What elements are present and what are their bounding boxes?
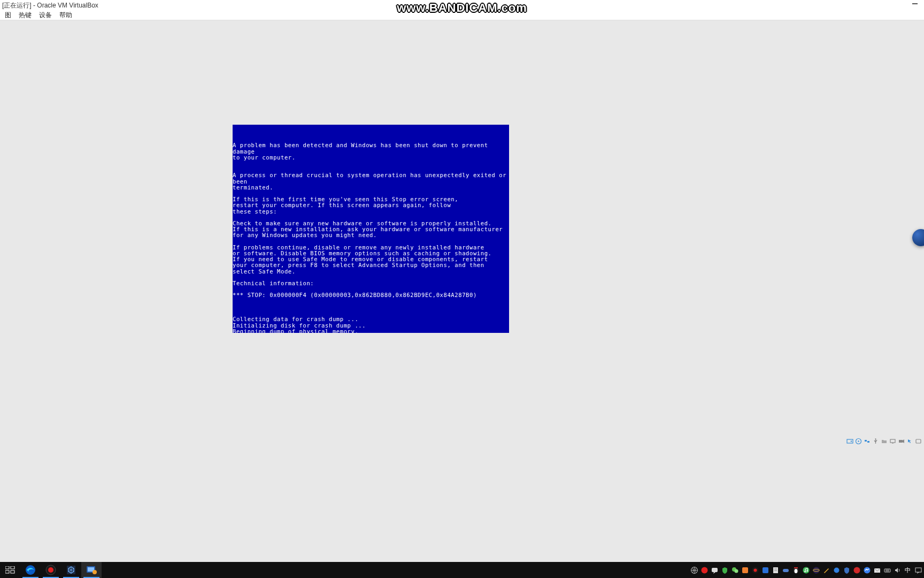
svg-rect-47 <box>884 569 890 572</box>
menu-hotkeys[interactable]: 热键 <box>15 11 35 20</box>
vm-display-area: www.BANDICAM.com A problem has been dete… <box>0 20 924 446</box>
eclipse-icon[interactable] <box>811 565 821 575</box>
taskbar-virtualbox-vm[interactable] <box>81 562 102 578</box>
svg-rect-14 <box>11 571 14 573</box>
svg-point-21 <box>93 570 97 574</box>
svg-rect-7 <box>890 439 895 443</box>
svg-point-6 <box>875 438 876 439</box>
svg-rect-9 <box>899 440 903 443</box>
svg-point-17 <box>48 567 53 573</box>
taskbar-edge-browser[interactable] <box>20 562 41 578</box>
cd-icon[interactable] <box>854 437 862 445</box>
chat-icon[interactable] <box>710 565 719 575</box>
svg-point-44 <box>853 567 860 573</box>
pencil-icon[interactable] <box>821 565 831 575</box>
volume-icon[interactable] <box>892 565 902 575</box>
mouse-integration-icon[interactable] <box>906 437 913 445</box>
shield-green-icon[interactable] <box>720 565 729 575</box>
svg-rect-24 <box>712 568 718 572</box>
keyboard-icon[interactable] <box>882 565 892 575</box>
host-key-icon[interactable] <box>914 437 922 445</box>
window-title: [正在运行] - Oracle VM VirtualBox <box>2 1 98 10</box>
red-dot-icon[interactable] <box>852 565 861 575</box>
note-icon[interactable] <box>771 565 780 575</box>
task-view-button[interactable] <box>0 562 20 578</box>
game-icon[interactable] <box>781 565 790 575</box>
system-tray: 中 <box>689 562 924 578</box>
svg-point-1 <box>850 440 851 442</box>
shared-folder-icon[interactable] <box>880 437 888 445</box>
svg-rect-12 <box>11 566 14 569</box>
svg-rect-13 <box>5 571 9 573</box>
taskbar-virtualbox-manager[interactable] <box>61 562 81 578</box>
svg-rect-34 <box>783 569 789 572</box>
action-center-icon[interactable] <box>913 565 923 575</box>
recording-icon[interactable] <box>897 437 905 445</box>
svg-rect-50 <box>915 568 921 572</box>
svg-point-43 <box>834 567 839 573</box>
svg-rect-27 <box>742 567 748 573</box>
svg-point-26 <box>734 569 738 573</box>
svg-rect-0 <box>847 439 853 443</box>
menu-devices[interactable]: 设备 <box>35 11 56 20</box>
usb-icon[interactable] <box>872 437 879 445</box>
windows-taskbar: 中 <box>0 562 924 578</box>
svg-point-3 <box>858 440 859 442</box>
music-icon[interactable] <box>801 565 811 575</box>
vm-statusbar <box>846 436 922 446</box>
svg-point-38 <box>803 567 809 573</box>
disk-icon[interactable] <box>846 437 853 445</box>
ime-indicator[interactable]: 中 <box>903 566 913 574</box>
messenger-icon[interactable] <box>862 565 872 575</box>
blue-app-icon[interactable] <box>760 565 770 575</box>
svg-rect-5 <box>867 441 869 443</box>
svg-point-39 <box>804 571 806 572</box>
svg-point-41 <box>813 567 819 573</box>
svg-rect-4 <box>865 440 867 442</box>
target-icon[interactable] <box>750 565 760 575</box>
blue-dot-icon[interactable] <box>831 565 841 575</box>
shield-blue-icon[interactable] <box>842 565 851 575</box>
wechat-icon[interactable] <box>730 565 740 575</box>
svg-rect-10 <box>916 439 921 443</box>
taskbar-bandicam-record[interactable] <box>41 562 61 578</box>
menu-view[interactable]: 图 <box>1 11 15 20</box>
bandicam-watermark: www.BANDICAM.com <box>397 1 527 15</box>
svg-rect-11 <box>5 566 9 569</box>
display-icon[interactable] <box>889 437 896 445</box>
menu-help[interactable]: 帮助 <box>56 11 76 20</box>
svg-point-23 <box>701 567 707 573</box>
orange-app-icon[interactable] <box>740 565 750 575</box>
globe-icon[interactable] <box>689 565 699 575</box>
minimize-button[interactable] <box>912 3 918 4</box>
svg-point-29 <box>753 568 757 572</box>
svg-rect-37 <box>794 567 798 568</box>
mail-icon[interactable] <box>872 565 882 575</box>
svg-point-36 <box>794 569 797 573</box>
network-icon[interactable] <box>863 437 871 445</box>
floating-assistant-icon[interactable] <box>912 229 924 246</box>
bsod-screen: A problem has been detected and Windows … <box>233 125 509 333</box>
penguin-icon[interactable] <box>791 565 800 575</box>
svg-point-40 <box>806 570 808 572</box>
bsod-text: A problem has been detected and Windows … <box>233 142 509 333</box>
record-red-icon[interactable] <box>699 565 709 575</box>
svg-rect-30 <box>763 567 768 573</box>
